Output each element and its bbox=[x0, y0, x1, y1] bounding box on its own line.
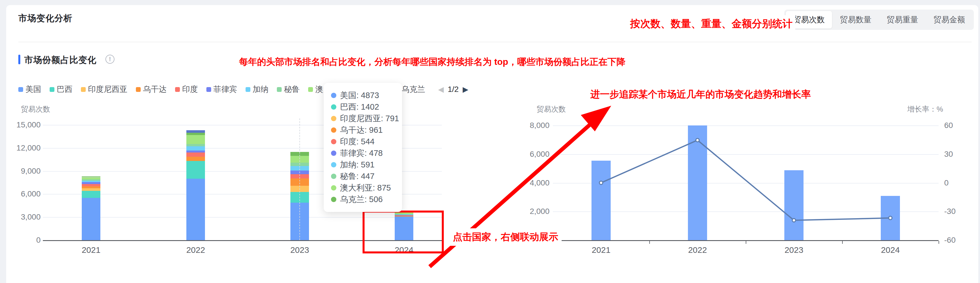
info-icon[interactable]: ! bbox=[105, 55, 115, 64]
tooltip-dot bbox=[331, 151, 336, 156]
y-axis-tick-right: -30 bbox=[944, 207, 956, 216]
legend-swatch bbox=[49, 87, 54, 92]
tooltip-dot bbox=[331, 104, 336, 110]
stacked-bar-segment-澳大利亚[interactable] bbox=[82, 178, 100, 179]
legend-prev-arrow[interactable]: ◀ bbox=[438, 85, 444, 94]
legend-next-arrow[interactable]: ▶ bbox=[463, 85, 468, 94]
tab-贸易金额[interactable]: 贸易金额 bbox=[926, 11, 972, 29]
y-axis-tick-right: 30 bbox=[944, 149, 953, 159]
legend-item-菲律宾[interactable]: 菲律宾 bbox=[206, 84, 237, 95]
y-axis-tick: 12,000 bbox=[6, 143, 41, 153]
tooltip-dot bbox=[331, 139, 336, 144]
metric-tab-bar: 贸易次数贸易数量贸易重量贸易金额 bbox=[784, 10, 974, 30]
y-axis-tick: 3,000 bbox=[6, 213, 41, 221]
hover-indicator-line bbox=[299, 118, 300, 240]
legend-label: 乌克兰 bbox=[401, 84, 425, 95]
page-title: 市场变化分析 bbox=[18, 13, 72, 24]
x-axis-tick bbox=[939, 241, 939, 244]
legend-item-加纳[interactable]: 加纳 bbox=[245, 84, 269, 95]
annotation-click-hint: 点击国家，右侧联动展示 bbox=[449, 228, 562, 246]
stacked-bar-segment-乌克兰[interactable] bbox=[82, 176, 100, 178]
stacked-bar-segment-乌干达[interactable] bbox=[82, 186, 100, 188]
annotation-section: 每年的头部市场排名和占比变化，分析每年哪些国家持续排名为 top，哪些市场份额占… bbox=[237, 55, 628, 69]
stacked-bar-segment-印度[interactable] bbox=[186, 153, 205, 156]
legend-label: 印度尼西亚 bbox=[88, 84, 127, 95]
stacked-bar-segment-秘鲁[interactable] bbox=[82, 179, 100, 181]
stacked-bar-segment-菲律宾[interactable] bbox=[82, 182, 100, 184]
legend-item-乌干达[interactable]: 乌干达 bbox=[136, 84, 167, 95]
tooltip-row: 美国: 4873 bbox=[331, 90, 395, 101]
legend-item-巴西[interactable]: 巴西 bbox=[49, 84, 72, 95]
stacked-bar-segment-澳大利亚[interactable] bbox=[186, 135, 205, 144]
tooltip-row: 菲律宾: 478 bbox=[331, 148, 395, 159]
legend-swatch bbox=[277, 87, 282, 92]
tooltip-label-value: 加纳: 591 bbox=[340, 159, 375, 170]
tooltip-row: 加纳: 591 bbox=[331, 159, 395, 170]
legend-item-印度[interactable]: 印度 bbox=[175, 84, 198, 95]
trend-bar-2022[interactable] bbox=[688, 126, 707, 240]
tooltip-row: 澳大利亚: 875 bbox=[331, 182, 395, 194]
y-axis-tick-left: 2,000 bbox=[499, 207, 549, 216]
trend-bar-2021[interactable] bbox=[592, 161, 611, 240]
x-axis-tick bbox=[746, 241, 746, 244]
stacked-bar-segment-巴西[interactable] bbox=[186, 161, 205, 178]
legend-label: 菲律宾 bbox=[213, 84, 237, 95]
header-divider bbox=[18, 42, 972, 42]
tooltip-label-value: 澳大利亚: 875 bbox=[340, 182, 391, 194]
stacked-bar-segment-加纳[interactable] bbox=[186, 146, 205, 151]
right-chart-y-axis-title: 贸易次数 bbox=[536, 104, 566, 114]
trend-bar-2023[interactable] bbox=[784, 170, 803, 240]
stacked-bar-segment-乌干达[interactable] bbox=[186, 157, 205, 161]
legend-item-印度尼西亚[interactable]: 印度尼西亚 bbox=[81, 84, 127, 95]
tooltip-dot bbox=[331, 93, 336, 98]
legend-item-美国[interactable]: 美国 bbox=[18, 84, 41, 95]
y-axis-tick-right: 60 bbox=[944, 121, 953, 130]
legend-label: 印度 bbox=[182, 84, 198, 95]
tooltip-dot bbox=[331, 116, 336, 121]
legend-label: 秘鲁 bbox=[284, 84, 300, 95]
legend-swatch bbox=[308, 87, 313, 92]
section-title: 市场份额占比变化 bbox=[24, 54, 96, 66]
tooltip-label-value: 印度: 544 bbox=[340, 136, 375, 148]
chart-tooltip: 美国: 4873巴西: 1402印度尼西亚: 791乌干达: 961印度: 54… bbox=[324, 83, 402, 212]
tooltip-dot bbox=[331, 185, 336, 191]
tooltip-label-value: 巴西: 1402 bbox=[340, 102, 379, 113]
tooltip-label-value: 美国: 4873 bbox=[340, 90, 379, 101]
trend-bar-2024[interactable] bbox=[881, 196, 900, 240]
tooltip-row: 乌克兰: 506 bbox=[331, 194, 395, 205]
stacked-bar-segment-印度[interactable] bbox=[82, 184, 100, 186]
legend-pager: ◀1/2▶ bbox=[438, 85, 468, 94]
stacked-bar-segment-巴西[interactable] bbox=[82, 191, 100, 198]
tab-贸易重量[interactable]: 贸易重量 bbox=[879, 11, 926, 29]
left-chart-y-axis-title: 贸易次数 bbox=[21, 104, 50, 114]
annotation-right-chart: 进一步追踪某个市场近几年的市场变化趋势和增长率 bbox=[587, 86, 814, 103]
annotation-highlight-rect bbox=[363, 211, 444, 253]
tooltip-dot bbox=[331, 197, 336, 202]
x-axis-label-2021: 2021 bbox=[82, 245, 101, 255]
x-axis-label-2022: 2022 bbox=[186, 245, 205, 255]
tooltip-row: 秘鲁: 447 bbox=[331, 170, 395, 182]
stacked-bar-segment-top[interactable] bbox=[186, 130, 205, 133]
legend-page-indicator: 1/2 bbox=[448, 85, 459, 94]
x-axis-label-2024: 2024 bbox=[881, 245, 900, 255]
stacked-bar-segment-美国[interactable] bbox=[186, 179, 205, 240]
stacked-bar-segment-加纳[interactable] bbox=[82, 181, 100, 182]
tooltip-row: 巴西: 1402 bbox=[331, 101, 395, 113]
legend-swatch bbox=[18, 87, 23, 92]
stacked-bar-segment-乌克兰[interactable] bbox=[186, 133, 205, 135]
legend-item-秘鲁[interactable]: 秘鲁 bbox=[277, 84, 300, 95]
y-axis-tick-left: 4,000 bbox=[499, 178, 549, 188]
x-axis-tick bbox=[649, 241, 650, 244]
stacked-bar-segment-美国[interactable] bbox=[82, 198, 100, 240]
stacked-bar-segment-菲律宾[interactable] bbox=[186, 151, 205, 153]
tooltip-row: 印度尼西亚: 791 bbox=[331, 113, 395, 124]
x-axis-label-2021: 2021 bbox=[592, 245, 611, 255]
legend-label: 乌干达 bbox=[143, 84, 167, 95]
stacked-bar-segment-印度尼西亚[interactable] bbox=[82, 188, 100, 191]
legend-label: 美国 bbox=[25, 84, 41, 95]
gridline bbox=[553, 183, 939, 183]
stacked-bar-segment-秘鲁[interactable] bbox=[186, 144, 205, 146]
tab-贸易数量[interactable]: 贸易数量 bbox=[832, 11, 879, 29]
y-axis-tick: 9,000 bbox=[6, 167, 41, 176]
tooltip-dot bbox=[331, 162, 336, 167]
